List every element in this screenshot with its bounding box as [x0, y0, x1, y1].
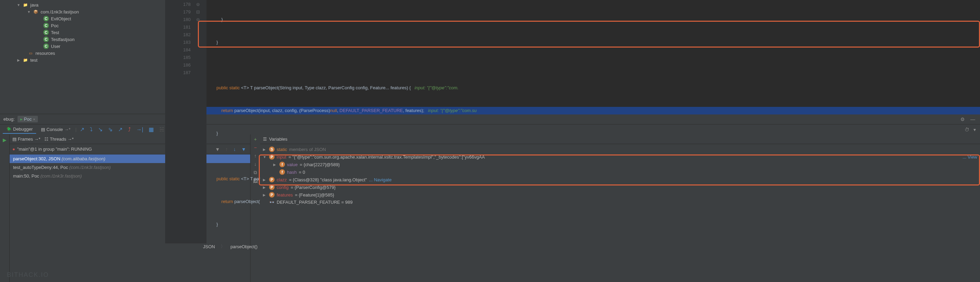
- package-icon: 📦: [33, 9, 38, 14]
- package-label: com.l1nk3r.fastjson: [41, 9, 79, 14]
- class-label: Poc: [51, 23, 59, 28]
- class-icon: C: [43, 30, 49, 35]
- class-icon: C: [43, 43, 49, 49]
- tree-folder-resources[interactable]: ▭ resources: [3, 50, 162, 56]
- console-tab[interactable]: ▤ Console →*: [38, 125, 74, 133]
- resume-icon[interactable]: ▶: [2, 137, 8, 143]
- line-number-gutter: 178 179 180 181 182 183 184 185 186 187: [165, 0, 196, 244]
- resources-icon: ▭: [28, 50, 33, 56]
- run-config-tab[interactable]: ▸ Poc ×: [18, 116, 38, 122]
- glasses-icon: 👓: [269, 200, 275, 205]
- variables-panel: ☰ Variables ▶ S static members of JSON ▼…: [260, 135, 980, 282]
- tree-class-poc[interactable]: C Poc: [3, 22, 162, 29]
- class-icon: C: [43, 23, 49, 28]
- tree-class-evilobject[interactable]: C EvilObject: [3, 15, 162, 22]
- class-label: Testfastjson: [51, 37, 75, 42]
- arrow-right-icon: ▶: [263, 147, 267, 151]
- param-icon: P: [269, 192, 275, 197]
- arrow-right-icon: ▶: [16, 58, 21, 62]
- bug-icon: 🪲: [6, 127, 12, 132]
- force-step-into-icon[interactable]: ⇘: [106, 126, 115, 133]
- folder-icon: 📁: [23, 57, 28, 63]
- class-label: Test: [51, 30, 59, 35]
- close-icon[interactable]: ×: [33, 117, 35, 121]
- tree-class-test[interactable]: C Test: [3, 29, 162, 36]
- tree-folder-java[interactable]: ▼ 📁 java: [3, 2, 162, 8]
- step-into-icon[interactable]: ↘: [96, 126, 105, 133]
- folder-label: test: [30, 58, 38, 63]
- var-row-dpf[interactable]: 👓 DEFAULT_PARSER_FEATURE = 989: [263, 199, 977, 206]
- var-row-static[interactable]: ▶ S static members of JSON: [263, 146, 977, 153]
- highlight-box-code: [198, 21, 980, 48]
- variables-header: Variables: [269, 136, 287, 142]
- tree-class-testfastjson[interactable]: C Testfastjson: [3, 36, 162, 43]
- breakpoint-icon: ●: [13, 146, 15, 152]
- frames-header[interactable]: ▤ Frames →*: [13, 136, 40, 142]
- step-over-icon[interactable]: ⤵: [88, 127, 95, 133]
- class-label: User: [51, 44, 60, 49]
- code-line: public static <T> T parseObject(String i…: [207, 84, 980, 92]
- var-row-features[interactable]: ▶ P features = {Feature[1]@585}: [263, 191, 977, 199]
- class-icon: C: [43, 16, 49, 21]
- panel-icon: ☰: [263, 136, 267, 142]
- highlight-box-vars: [259, 154, 980, 186]
- current-line: return parseObject(input, clazz, config,…: [207, 107, 980, 114]
- run-icon: ▸: [20, 117, 23, 122]
- class-label: EvilObject: [51, 16, 71, 21]
- watermark: BITHACK.IO: [7, 271, 49, 279]
- breadcrumb-item[interactable]: JSON: [203, 244, 215, 249]
- static-icon: S: [269, 146, 275, 152]
- arrow-down-icon: ▼: [27, 10, 31, 14]
- debugger-tab[interactable]: 🪲 Debugger: [3, 125, 36, 134]
- threads-header[interactable]: ☷ Threads →*: [45, 136, 74, 142]
- drop-frame-icon[interactable]: ⤴: [126, 127, 133, 133]
- step-out-icon[interactable]: ↗: [116, 126, 124, 133]
- tree-folder-test[interactable]: ▶ 📁 test: [3, 56, 162, 63]
- project-tree[interactable]: ▼ 📁 java ▼ 📦 com.l1nk3r.fastjson C EvilO…: [0, 0, 165, 114]
- class-icon: C: [43, 37, 49, 42]
- chevron-right-icon: 〉: [221, 244, 225, 250]
- arrow-right-icon: ▶: [263, 193, 267, 197]
- folder-icon: 📁: [23, 2, 28, 8]
- evaluate-icon[interactable]: ▦: [146, 126, 156, 133]
- breadcrumb-item[interactable]: parseObject(): [231, 244, 258, 249]
- debug-side-toolbar: ▶: [0, 135, 10, 282]
- code-editor[interactable]: 178 179 180 181 182 183 184 185 186 187 …: [165, 0, 980, 114]
- show-execution-icon[interactable]: ↗: [78, 126, 86, 133]
- folder-label: java: [30, 2, 38, 8]
- folder-label: resources: [35, 51, 55, 56]
- arrow-down-icon: ▼: [16, 3, 21, 7]
- tree-class-user[interactable]: C User: [3, 43, 162, 50]
- tree-package[interactable]: ▼ 📦 com.l1nk3r.fastjson: [3, 8, 162, 15]
- variables-tree[interactable]: ▶ S static members of JSON ▼ P input = "…: [260, 144, 980, 282]
- debug-label: ebug:: [3, 117, 15, 122]
- breakpoint-icon[interactable]: ⊜: [196, 1, 207, 8]
- run-to-cursor-icon[interactable]: →|: [134, 127, 145, 133]
- console-icon: ▤: [41, 127, 45, 132]
- arrow-right-icon: ▶: [263, 186, 267, 189]
